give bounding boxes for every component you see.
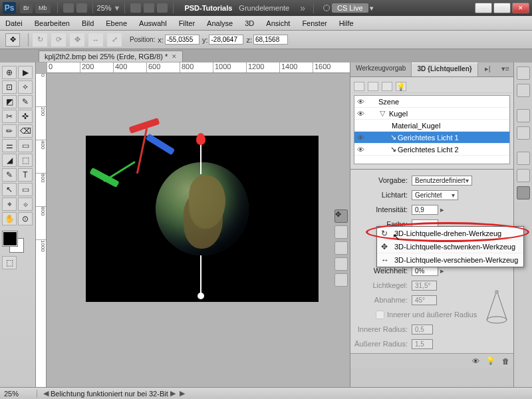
tree-row-material[interactable]: Material_Kugel xyxy=(354,120,509,132)
tool-3dcam[interactable]: ⟐ xyxy=(18,198,33,211)
tree-row-light2[interactable]: 👁↘Gerichtetes Licht 2 xyxy=(354,144,509,156)
menu-hilfe[interactable]: Hilfe xyxy=(339,19,354,27)
view-grid-icon[interactable] xyxy=(76,3,87,13)
lighttype-select[interactable]: Gerichtet xyxy=(412,190,458,200)
status-next-icon[interactable]: ▶ xyxy=(170,389,176,398)
document-tab[interactable]: kplj2th2.bmp bei 25% (Erde, RGB/8) * ✕ xyxy=(39,51,183,62)
eye-icon[interactable]: 👁 xyxy=(357,134,369,142)
flyout-slide[interactable]: ↔3D-Lichtquelle-verschieben-Werkzeug xyxy=(377,253,523,267)
workspace-active[interactable]: PSD-Tutorials xyxy=(184,4,232,12)
light-rotate-tool-icon[interactable]: ✥ xyxy=(334,209,348,223)
3d-roll-icon[interactable]: ⟳ xyxy=(51,33,66,47)
tool-history[interactable]: ⌫ xyxy=(18,124,33,138)
menu-auswahl[interactable]: Auswahl xyxy=(139,19,167,27)
tool-brush[interactable]: ✜ xyxy=(18,110,33,123)
cslive-button[interactable]: CS Live xyxy=(332,3,368,13)
tool-3d[interactable]: ⌖ xyxy=(2,198,17,211)
3d-slide-icon[interactable]: ↔ xyxy=(88,33,103,47)
tool-type[interactable]: T xyxy=(18,168,33,182)
light-slide-tool-icon[interactable] xyxy=(334,241,348,255)
zoom-display[interactable]: 25% xyxy=(97,4,112,12)
dock-channels-icon[interactable] xyxy=(517,169,530,182)
current-tool-icon[interactable]: ✥ xyxy=(5,33,20,47)
tool-quickmask[interactable]: ⬚ xyxy=(2,256,17,269)
tool-eyedrop[interactable]: ✎ xyxy=(18,95,33,108)
arrange-icon[interactable] xyxy=(144,3,154,13)
tool-lasso[interactable]: ⊡ xyxy=(2,80,17,94)
menu-bearbeiten[interactable]: Bearbeiten xyxy=(35,19,70,27)
new-light-icon[interactable]: 💡 xyxy=(486,356,495,365)
document-tab-close-icon[interactable]: ✕ xyxy=(172,53,177,60)
tool-eraser[interactable]: ⚌ xyxy=(2,139,17,152)
z-input[interactable] xyxy=(253,35,288,45)
fg-color-swatch[interactable] xyxy=(3,231,17,246)
window-minimize-button[interactable]: ─ xyxy=(475,3,492,13)
filter-material-icon[interactable] xyxy=(382,82,392,91)
tree-row-light1[interactable]: 👁↘Gerichtetes Licht 1 xyxy=(354,132,509,144)
gizmo-handle-red[interactable] xyxy=(129,118,160,134)
light-indicator-top[interactable] xyxy=(200,142,201,174)
panel-collapse-icon[interactable]: ▸| xyxy=(481,63,495,76)
tool-shape[interactable]: ▭ xyxy=(18,183,33,196)
filter-scene-icon[interactable] xyxy=(354,82,364,91)
menu-datei[interactable]: Datei xyxy=(5,19,23,27)
status-menu-icon[interactable]: ▶ xyxy=(180,389,185,398)
intensity-input[interactable]: 0,9 xyxy=(412,205,438,215)
filter-mesh-icon[interactable] xyxy=(368,82,378,91)
tool-heal[interactable]: ✂ xyxy=(2,110,17,123)
tool-path[interactable]: ↖ xyxy=(2,183,17,196)
dock-masks-icon[interactable] xyxy=(517,126,530,140)
filter-light-icon[interactable]: 💡 xyxy=(396,82,406,91)
menu-bild[interactable]: Bild xyxy=(82,19,94,27)
workspace-other[interactable]: Grundelemente xyxy=(239,4,289,12)
tab-3d-lights[interactable]: 3D {Lichtquellen} xyxy=(412,63,477,76)
light-color-icon[interactable] xyxy=(334,273,348,287)
hand-icon[interactable] xyxy=(130,3,141,13)
light-point-at-icon[interactable] xyxy=(334,257,348,271)
menu-ansicht[interactable]: Ansicht xyxy=(266,19,290,27)
tool-dodge[interactable]: ⬚ xyxy=(18,154,33,167)
dock-adjust-icon[interactable] xyxy=(517,109,530,122)
dock-color-icon[interactable] xyxy=(517,66,530,80)
status-prev-icon[interactable]: ◀ xyxy=(43,389,49,398)
canvas-area[interactable]: 02004006008001000120014001600 0200400600… xyxy=(36,63,350,387)
delete-light-icon[interactable]: 🗑 xyxy=(502,357,509,365)
eye-icon[interactable]: 👁 xyxy=(357,146,369,154)
dock-swatches-icon[interactable] xyxy=(517,84,530,97)
3d-rotate-icon[interactable]: ↻ xyxy=(33,33,47,47)
tab-tool-presets[interactable]: Werkzeugvorgab xyxy=(350,63,412,76)
y-input[interactable] xyxy=(209,35,243,45)
preset-select[interactable]: Benutzerdefiniert xyxy=(412,176,472,186)
menu-3d[interactable]: 3D xyxy=(245,19,254,27)
tool-stamp[interactable]: ✏ xyxy=(2,124,17,138)
gizmo-handle-green[interactable] xyxy=(89,168,119,188)
3d-gizmo[interactable] xyxy=(89,122,169,202)
view-extras-icon[interactable] xyxy=(63,3,74,13)
tree-row-scene[interactable]: 👁Szene xyxy=(354,96,509,108)
window-maximize-button[interactable]: ▭ xyxy=(493,3,511,13)
flyout-pan[interactable]: ✥3D-Lichtquelle-schwenken-Werkzeug xyxy=(377,240,523,253)
tool-crop[interactable]: ◩ xyxy=(2,95,17,108)
dock-3d-icon[interactable] xyxy=(517,186,530,200)
tool-gradient[interactable]: ▭ xyxy=(18,139,33,152)
minibridge-button[interactable]: Mb xyxy=(35,3,51,13)
eye-icon[interactable]: 👁 xyxy=(357,98,369,106)
tool-marquee[interactable]: ▶ xyxy=(18,66,33,79)
panel-menu-icon[interactable]: ▾≡ xyxy=(497,63,513,76)
gizmo-axis-x[interactable] xyxy=(136,128,148,174)
menu-fenster[interactable]: Fenster xyxy=(302,19,327,27)
x-input[interactable] xyxy=(165,35,200,45)
status-zoom[interactable]: 25% xyxy=(4,390,37,398)
bridge-button[interactable]: Br xyxy=(20,3,33,13)
tool-pen[interactable]: ✎ xyxy=(2,168,17,182)
color-swatches[interactable] xyxy=(1,231,32,255)
menu-ebene[interactable]: Ebene xyxy=(106,19,127,27)
menu-filter[interactable]: Filter xyxy=(179,19,195,27)
workspace-more-icon[interactable]: » xyxy=(300,3,305,13)
toggle-lights-icon[interactable]: 👁 xyxy=(472,357,479,365)
tool-move[interactable]: ⊕ xyxy=(2,66,17,79)
3d-pan-icon[interactable]: ✥ xyxy=(70,33,84,47)
eye-icon[interactable]: 👁 xyxy=(357,110,369,118)
tool-wand[interactable]: ✧ xyxy=(18,80,33,94)
tool-hand[interactable]: ✋ xyxy=(2,212,17,225)
